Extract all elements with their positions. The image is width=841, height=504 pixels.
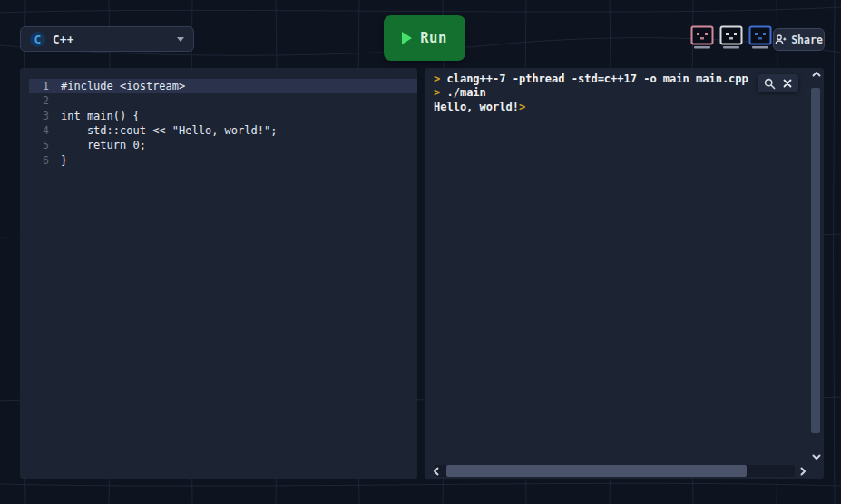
- run-button[interactable]: Run: [384, 15, 465, 61]
- horizontal-scrollbar-thumb[interactable]: [446, 465, 747, 477]
- line-code: #include <iostream>: [61, 80, 185, 92]
- chevron-down-icon: [177, 37, 184, 42]
- editor-line-row[interactable]: 5 return 0;: [29, 138, 417, 152]
- language-dropdown[interactable]: C C++: [20, 26, 194, 52]
- monitor-grey-theme-icon[interactable]: [719, 25, 743, 50]
- line-number: 6: [29, 154, 49, 167]
- theme-switcher: [690, 25, 772, 50]
- person-add-icon: [775, 34, 787, 45]
- terminal-text: clang++-7 -pthread -std=c++17 -o main ma…: [440, 73, 748, 85]
- search-button[interactable]: [764, 78, 776, 90]
- prompt-symbol: >: [519, 101, 525, 113]
- code-editor-panel[interactable]: 1#include <iostream>23int main() {4 std:…: [20, 68, 417, 479]
- scroll-left-button[interactable]: [433, 467, 439, 476]
- line-code: std::cout << "Hello, world!";: [61, 124, 277, 137]
- terminal-search-toolbar: [758, 74, 798, 92]
- terminal-panel[interactable]: > clang++-7 -pthread -std=c++17 -o main …: [425, 68, 824, 479]
- close-icon: [783, 79, 792, 88]
- scroll-right-button[interactable]: [800, 467, 807, 476]
- share-button[interactable]: Share: [773, 28, 825, 51]
- editor-line-row[interactable]: 1#include <iostream>: [29, 79, 417, 93]
- line-number: 1: [29, 80, 49, 92]
- line-number: 3: [29, 110, 49, 122]
- editor-line-row[interactable]: 3int main() {: [29, 109, 417, 123]
- editor-line-row[interactable]: 6}: [29, 152, 417, 167]
- editor-line-row[interactable]: 4 std::cout << "Hello, world!";: [29, 123, 417, 138]
- editor-lines: 1#include <iostream>23int main() {4 std:…: [29, 79, 417, 168]
- terminal-text: Hello, world!: [434, 101, 519, 113]
- line-number: 4: [29, 124, 49, 137]
- editor-line-row[interactable]: 2: [29, 93, 417, 108]
- compiler-app: C C++ Run: [0, 0, 841, 504]
- line-code: return 0;: [61, 139, 146, 151]
- scroll-down-button[interactable]: [812, 454, 821, 460]
- terminal-text: ./main: [440, 86, 486, 99]
- chevron-left-icon: [433, 467, 439, 476]
- line-code: }: [61, 154, 67, 167]
- language-label: C++: [53, 33, 73, 46]
- search-icon: [764, 78, 776, 90]
- vertical-scrollbar-thumb[interactable]: [811, 88, 820, 433]
- terminal-line: Hello, world!>: [434, 101, 824, 114]
- line-code: int main() {: [61, 110, 140, 122]
- chevron-up-icon: [812, 71, 821, 77]
- share-label: Share: [791, 34, 823, 46]
- scroll-up-button[interactable]: [812, 71, 821, 77]
- close-button[interactable]: [783, 79, 792, 88]
- line-number: 5: [29, 139, 49, 151]
- chevron-down-icon: [812, 454, 821, 460]
- chevron-right-icon: [800, 467, 807, 476]
- line-number: 2: [29, 94, 49, 107]
- monitor-blue-theme-icon[interactable]: [748, 25, 772, 50]
- run-label: Run: [420, 30, 447, 46]
- play-icon: [402, 32, 412, 44]
- cpp-logo-icon: C: [30, 32, 45, 47]
- monitor-red-theme-icon[interactable]: [690, 25, 714, 50]
